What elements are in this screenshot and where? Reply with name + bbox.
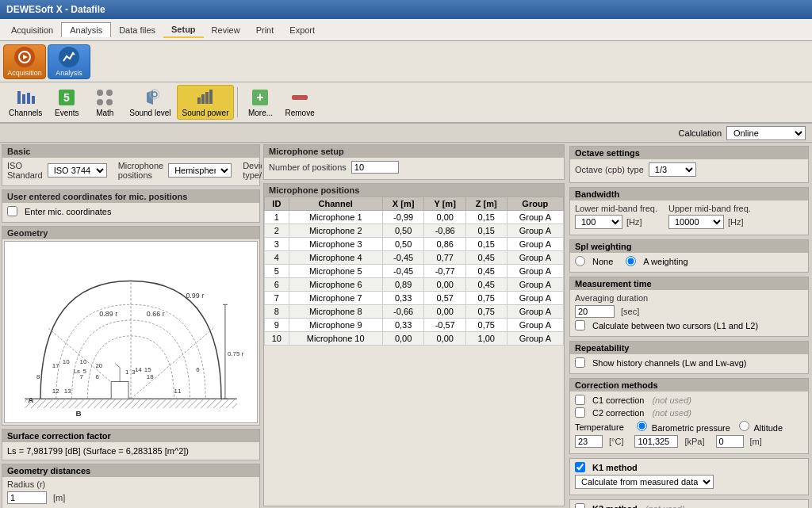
menu-print[interactable]: Print [248,23,282,37]
menu-export[interactable]: Export [282,23,323,37]
iso-select[interactable]: ISO 3744ISO 3745ISO 3746 [48,163,107,178]
cell-channel: Microphone 6 [289,278,382,292]
enter-coords-checkbox[interactable] [7,206,17,216]
app-title: DEWESoft X - Datafile [6,4,105,15]
main-content: Basic ISO Standard ISO 3744ISO 3745ISO 3… [0,143,812,508]
cursors-checkbox[interactable] [575,320,585,330]
history-row: Show history channels (Lw and Lw-avg) [575,357,803,368]
k1-select-row: Calculate from measured data Manual inpu… [575,475,803,489]
menu-review[interactable]: Review [204,23,248,37]
cell-id: 10 [265,332,289,346]
upper-freq-unit: [Hz] [728,217,744,227]
c1-row: C1 correction (not used) [575,395,803,405]
geometry-distances-header: Geometry distances [2,464,259,477]
left-panel: Basic ISO Standard ISO 3744ISO 3745ISO 3… [0,143,262,508]
mic-setup-content: Number of positions [264,158,564,179]
averaging-label: Averaging duration [575,293,648,303]
c2-checkbox[interactable] [575,407,585,418]
svg-rect-5 [32,96,35,104]
geometry-section: Geometry [2,226,260,426]
menu-setup[interactable]: Setup [163,22,204,38]
altitude-input[interactable] [716,435,744,448]
cell-id: 9 [265,319,289,332]
averaging-input[interactable] [575,305,615,318]
bandwidth-section: Bandwidth Lower mid-band freq. 100200 [H… [569,187,809,235]
svg-text:0.99 r: 0.99 r [186,292,204,300]
upper-freq-select[interactable]: 1000020000 [668,215,724,229]
sound-power-icon [196,88,215,107]
barometric-input[interactable] [634,435,678,448]
svg-text:0.89 r: 0.89 r [99,310,117,318]
more-button[interactable]: + More... [241,85,279,120]
remove-button[interactable]: Remove [279,85,320,120]
lower-freq-select[interactable]: 100200 [575,215,622,229]
events-button[interactable]: 5 Events [48,85,86,120]
cell-z: 0,75 [465,292,507,305]
cell-x: 0,00 [382,332,424,346]
surface-correction-value: Ls = 7,981799 [dB] (Surface = 6,283185 [… [7,445,255,457]
cell-channel: Microphone 5 [289,265,382,278]
svg-rect-17 [209,90,213,104]
svg-text:6: 6 [196,366,200,373]
cell-x: -0,45 [382,265,424,278]
spl-none-radio[interactable] [575,256,585,266]
cell-y: 0,00 [424,332,465,346]
cell-group: Group A [507,319,563,332]
svg-text:11: 11 [174,388,182,395]
svg-text:15: 15 [144,366,151,373]
channels-button[interactable]: Channels [3,85,48,120]
averaging-row: Averaging duration [575,293,803,303]
num-positions-input[interactable] [351,161,399,174]
toolbar-second: Channels 5 Events Math Sound level Sound… [0,82,812,124]
mic-positions-select[interactable]: HemisphereBoxCylinder [168,163,232,178]
cell-channel: Microphone 3 [289,238,382,251]
geometry-header: Geometry [2,227,259,239]
upper-freq-group: Upper mid-band freq. 1000020000 [Hz] [668,204,751,229]
cell-group: Group A [507,224,563,238]
cell-z: 0,75 [465,305,507,319]
user-coords-header: User entered coordinates for mic. positi… [2,190,259,203]
k1-checkbox[interactable] [575,462,585,472]
cell-y: 0,77 [424,251,465,265]
cell-id: 4 [265,251,289,265]
sound-level-icon [140,88,159,107]
cell-group: Group A [507,238,563,251]
lower-freq-input-row: 100200 [Hz] [575,215,657,229]
table-row: 7 Microphone 7 0,33 0,57 0,75 Group A [265,292,564,305]
cell-channel: Microphone 4 [289,251,382,265]
altitude-radio[interactable] [739,421,749,431]
col-channel: Channel [289,197,382,211]
cell-y: -0,77 [424,265,465,278]
calc-select[interactable]: Online Offline [726,126,806,140]
octave-type-select[interactable]: 1/11/31/61/12 [649,162,696,177]
c1-checkbox[interactable] [575,395,585,405]
menu-data-files[interactable]: Data files [111,23,163,37]
sound-power-button[interactable]: Sound power [177,85,235,120]
cell-group: Group A [507,305,563,319]
barometric-radio[interactable] [637,421,647,431]
menu-analysis[interactable]: Analysis [61,22,111,37]
menu-acquisition[interactable]: Acquisition [3,23,61,37]
cell-id: 2 [265,224,289,238]
radius-input[interactable] [7,491,47,504]
geometry-box: 0.99 r 0.89 r 0.66 r 8 17 10 10 20 7 6 1… [4,241,258,423]
acquisition-button[interactable]: Acquisition [3,44,46,79]
k2-checkbox[interactable] [575,503,585,508]
cell-x: -0,45 [382,251,424,265]
math-icon [95,88,114,107]
bandwidth-row: Lower mid-band freq. 100200 [Hz] Upper m… [575,204,803,229]
temperature-input[interactable] [575,435,603,448]
history-checkbox[interactable] [575,357,585,368]
math-button[interactable]: Math [86,85,124,120]
k1-select[interactable]: Calculate from measured data Manual inpu… [575,475,714,489]
k2-not-used: (not used) [645,504,685,509]
sound-level-button[interactable]: Sound level [124,85,176,120]
analysis-button[interactable]: Analysis [48,44,90,79]
spl-a-weighting-radio[interactable] [626,256,636,266]
k1-checkbox-row: K1 method [575,462,803,472]
svg-text:A: A [28,395,33,404]
mic-table-body: 1 Microphone 1 -0,99 0,00 0,15 Group A 2… [265,211,564,346]
events-icon: 5 [57,88,76,107]
cell-x: -0,99 [382,211,424,224]
cell-channel: Microphone 9 [289,319,382,332]
